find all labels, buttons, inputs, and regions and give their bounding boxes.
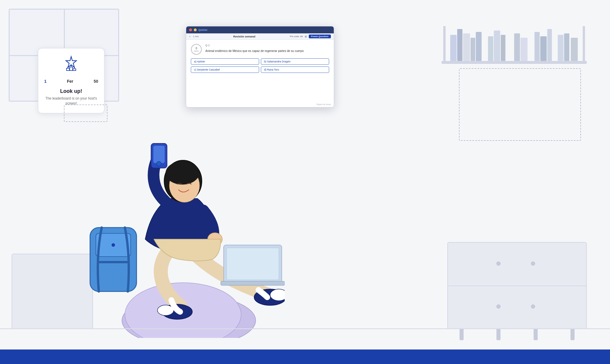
svg-rect-13 [558,35,564,61]
svg-rect-21 [70,67,73,71]
person-illustration [81,117,285,338]
svg-point-23 [67,66,69,68]
minimize-button[interactable] [194,28,197,31]
question-text: Animal endémico de México que es capaz d… [205,48,304,53]
quiz-body: 0 secs Q 1: Animal endémico de México qu… [186,40,334,77]
rank-number: 1 [44,79,46,84]
svg-rect-15 [571,38,578,61]
svg-rect-33 [153,146,165,163]
player-name: Fer [67,79,73,84]
toolbar-right: Pin code: 83 ⊞ Finish Question [290,35,331,38]
dresser-leg-4 [570,329,575,340]
svg-rect-30 [99,261,128,263]
grid-icon: ⊞ [305,35,307,38]
svg-point-31 [112,243,115,247]
dresser-knob-1 [496,262,500,266]
svg-rect-22 [73,69,76,71]
dresser-legs [460,329,575,340]
svg-rect-6 [494,30,500,61]
timer-area: 0 secs Q 1: Animal endémico de México qu… [191,44,329,55]
leaderboard-card: 1 Fer 50 Look up! The leaderboard is on … [38,48,105,113]
svg-rect-46 [221,281,285,285]
shelf-decoration [442,17,587,70]
question-content: Q 1: Animal endémico de México que es ca… [205,44,304,53]
svg-rect-11 [540,36,547,61]
svg-rect-2 [463,33,470,61]
timer-sublabel: secs [194,50,199,52]
svg-rect-14 [564,33,569,61]
toolbar-left: × 1 min [189,35,199,38]
dresser-knob-4 [531,304,535,309]
toolbar-title: Revisión semanal [233,35,255,38]
dresser-knob-3 [496,304,500,309]
dashed-placeholder-right [459,68,581,141]
svg-point-34 [157,161,161,166]
question-number: Q 1: [205,44,304,47]
svg-rect-45 [227,248,279,280]
trophy-star-icon [44,55,98,74]
svg-rect-1 [457,29,462,61]
quiz-toolbar: × 1 min Revisión semanal Pin code: 83 ⊞ … [186,33,334,40]
timer-circle: 0 secs [191,44,202,55]
pin-code: Pin code: 83 [290,35,303,38]
leaderboard-rank-row: 1 Fer 50 [44,78,98,85]
bottom-bar [0,349,610,364]
toolbar-close-x[interactable]: × [189,35,191,38]
svg-rect-3 [471,38,475,61]
svg-rect-20 [67,68,69,71]
svg-rect-16 [442,61,587,64]
svg-rect-8 [514,33,520,61]
svg-point-41 [270,289,285,301]
svg-rect-4 [476,32,482,61]
dresser-right [447,242,587,329]
svg-rect-9 [521,38,528,61]
quiz-footer: Report an issue [317,103,331,105]
quiz-brand: Quizizz [198,28,207,31]
svg-rect-7 [501,35,505,61]
option-d[interactable]: d) Rana Toro [261,66,329,73]
option-b[interactable]: b) Salamandra Dragón [261,58,329,65]
floor-line [0,328,610,329]
dresser-knob-2 [531,262,535,266]
quiz-titlebar: Quizizz [186,26,334,33]
option-a[interactable]: a) Ajolote [191,58,259,65]
dresser-left [12,254,93,329]
svg-rect-10 [534,32,540,61]
titlebar-left: Quizizz [189,28,207,31]
dresser-leg-2 [496,329,500,340]
leaderboard-title: Look up! [44,88,98,94]
dresser-leg-1 [460,329,464,340]
svg-point-25 [74,67,75,68]
close-button[interactable] [189,28,192,31]
finish-question-button[interactable]: Finish Question [309,35,331,38]
dresser-leg-3 [534,329,538,340]
svg-rect-5 [488,36,493,61]
quiz-window: Quizizz × 1 min Revisión semanal Pin cod… [186,26,334,107]
option-c[interactable]: c) Serpiente Cascabel [191,66,259,73]
svg-point-39 [166,161,199,185]
toolbar-timer-label: 1 min [193,35,199,38]
svg-rect-12 [547,29,552,61]
quiz-options: a) Ajolote b) Salamandra Dragón c) Serpi… [191,58,329,73]
timer-value: 0 [195,47,197,50]
svg-point-24 [71,65,72,66]
svg-rect-0 [450,35,457,61]
player-score: 50 [94,79,98,84]
